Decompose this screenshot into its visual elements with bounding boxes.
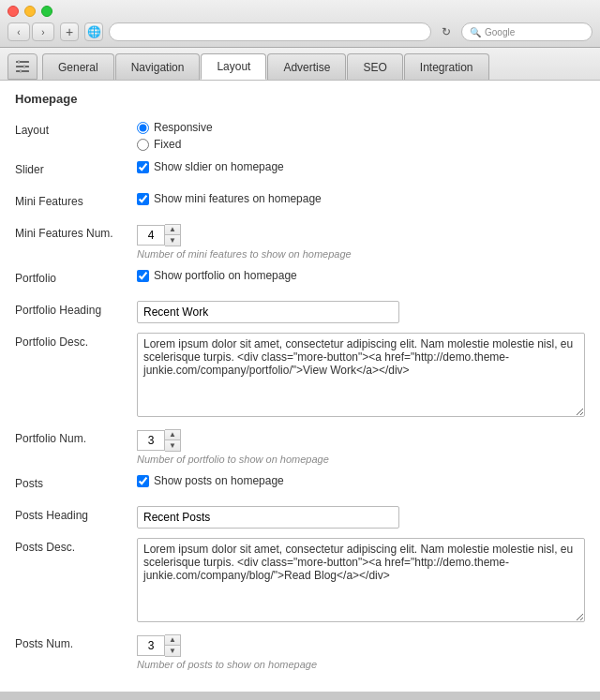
slider-control: Show sldier on homepage [137, 160, 585, 173]
mini-features-label: Mini Features [15, 192, 137, 208]
minimize-button[interactable] [24, 6, 36, 17]
posts-desc-textarea[interactable]: Lorem ipsum dolor sit amet, consectetur … [137, 538, 585, 622]
mini-features-checkbox-option[interactable]: Show mini features on homepage [137, 192, 585, 205]
spinner-up[interactable]: ▲ [165, 225, 180, 235]
portfolio-heading-control [137, 301, 585, 323]
spinner-buttons: ▲ ▼ [165, 224, 181, 246]
mini-features-num-row: Mini Features Num. ▲ ▼ Number of mini fe… [15, 224, 585, 260]
portfolio-num-label: Portfolio Num. [15, 429, 137, 445]
search-bar[interactable]: 🔍 Google [461, 22, 592, 41]
mini-features-num-label: Mini Features Num. [15, 224, 137, 240]
portfolio-checkbox[interactable] [137, 270, 149, 282]
address-bar[interactable] [109, 22, 431, 41]
search-icon: 🔍 [470, 27, 481, 37]
tab-advertise[interactable]: Advertise [267, 53, 346, 80]
portfolio-desc-textarea[interactable]: Lorem ipsum dolor sit amet, consectetur … [137, 333, 585, 417]
slider-checkbox-option[interactable]: Show sldier on homepage [137, 160, 585, 173]
mini-features-checkbox[interactable] [137, 193, 149, 205]
settings-icon-tab[interactable] [8, 53, 38, 80]
portfolio-checkbox-option[interactable]: Show portfolio on homepage [137, 269, 585, 282]
form-area: Homepage Layout Responsive Fixed Sl [0, 81, 600, 692]
posts-desc-row: Posts Desc. Lorem ipsum dolor sit amet, … [15, 538, 585, 625]
svg-rect-4 [23, 65, 25, 68]
portfolio-row: Portfolio Show portfolio on homepage [15, 269, 585, 291]
browser-chrome: ‹ › + 🌐 ↻ 🔍 Google [0, 0, 600, 48]
mini-features-row: Mini Features Show mini features on home… [15, 192, 585, 215]
posts-desc-label: Posts Desc. [15, 538, 137, 554]
settings-icon [15, 59, 30, 74]
portfolio-heading-label: Portfolio Heading [15, 301, 137, 317]
portfolio-spinner-up[interactable]: ▲ [165, 430, 180, 440]
fixed-option[interactable]: Fixed [137, 138, 585, 151]
globe-icon: 🌐 [84, 22, 103, 41]
slider-row: Slider Show sldier on homepage [15, 160, 585, 183]
posts-num-input[interactable] [137, 635, 165, 656]
layout-label: Layout [15, 121, 137, 137]
posts-num-control: ▲ ▼ Number of posts to show on homepage [137, 634, 585, 670]
tab-seo[interactable]: SEO [347, 53, 402, 80]
posts-num-label: Posts Num. [15, 634, 137, 650]
spinner-down[interactable]: ▼ [165, 235, 180, 246]
portfolio-heading-input[interactable] [137, 301, 399, 323]
refresh-button[interactable]: ↻ [437, 22, 456, 41]
portfolio-num-spinner: ▲ ▼ [137, 429, 585, 452]
svg-rect-2 [16, 70, 29, 72]
fixed-radio[interactable] [137, 139, 149, 151]
portfolio-num-row: Portfolio Num. ▲ ▼ Number of portfolio t… [15, 429, 585, 465]
mini-features-control: Show mini features on homepage [137, 192, 585, 205]
posts-num-hint: Number of posts to show on homepage [137, 659, 585, 670]
posts-label: Posts [15, 474, 137, 490]
responsive-radio[interactable] [137, 122, 149, 134]
posts-checkbox-option[interactable]: Show posts on homepage [137, 474, 585, 487]
posts-control: Show posts on homepage [137, 474, 585, 487]
traffic-lights [8, 6, 592, 17]
posts-spinner-up[interactable]: ▲ [165, 635, 180, 646]
portfolio-desc-row: Portfolio Desc. Lorem ipsum dolor sit am… [15, 333, 585, 420]
portfolio-label: Portfolio [15, 269, 137, 285]
layout-control: Responsive Fixed [137, 121, 585, 151]
posts-desc-control: Lorem ipsum dolor sit amet, consectetur … [137, 538, 585, 625]
tab-general[interactable]: General [42, 53, 114, 80]
posts-heading-row: Posts Heading [15, 506, 585, 529]
maximize-button[interactable] [41, 6, 52, 17]
posts-num-spinner: ▲ ▼ [137, 634, 585, 657]
posts-heading-input[interactable] [137, 506, 399, 529]
main-content: General Navigation Layout Advertise SEO … [0, 48, 600, 692]
portfolio-num-input[interactable] [137, 430, 165, 451]
tab-navigation[interactable]: Navigation [115, 53, 201, 80]
posts-checkbox[interactable] [137, 475, 149, 487]
mini-features-num-spinner: ▲ ▼ [137, 224, 585, 246]
posts-row: Posts Show posts on homepage [15, 474, 585, 497]
slider-label: Slider [15, 160, 137, 176]
tab-integration[interactable]: Integration [404, 53, 489, 80]
svg-rect-5 [20, 69, 22, 73]
portfolio-num-hint: Number of portfolio to show on homepage [137, 454, 585, 465]
posts-spinner-buttons: ▲ ▼ [165, 634, 181, 657]
posts-spinner-down[interactable]: ▼ [165, 646, 180, 656]
responsive-option[interactable]: Responsive [137, 121, 585, 134]
close-button[interactable] [8, 6, 19, 17]
tabs-container: General Navigation Layout Advertise SEO … [0, 48, 600, 81]
portfolio-num-control: ▲ ▼ Number of portfolio to show on homep… [137, 429, 585, 465]
tab-layout[interactable]: Layout [201, 53, 266, 80]
posts-heading-label: Posts Heading [15, 506, 137, 522]
portfolio-control: Show portfolio on homepage [137, 269, 585, 282]
mini-features-num-input[interactable] [137, 225, 165, 246]
slider-checkbox[interactable] [137, 161, 149, 173]
layout-radio-group: Responsive Fixed [137, 121, 585, 151]
portfolio-desc-control: Lorem ipsum dolor sit amet, consectetur … [137, 333, 585, 420]
section-title: Homepage [15, 92, 585, 110]
mini-features-num-hint: Number of mini features to show on homep… [137, 248, 585, 260]
search-placeholder: Google [485, 27, 515, 37]
portfolio-spinner-down[interactable]: ▼ [165, 440, 180, 451]
layout-row: Layout Responsive Fixed [15, 121, 585, 151]
browser-toolbar: ‹ › + 🌐 ↻ 🔍 Google [8, 22, 592, 41]
forward-button[interactable]: › [32, 22, 54, 41]
svg-rect-1 [16, 66, 29, 67]
svg-rect-3 [18, 60, 20, 64]
new-tab-button[interactable]: + [60, 22, 79, 41]
portfolio-desc-label: Portfolio Desc. [15, 333, 137, 349]
back-button[interactable]: ‹ [8, 22, 30, 41]
mini-features-num-control: ▲ ▼ Number of mini features to show on h… [137, 224, 585, 260]
posts-heading-control [137, 506, 585, 529]
